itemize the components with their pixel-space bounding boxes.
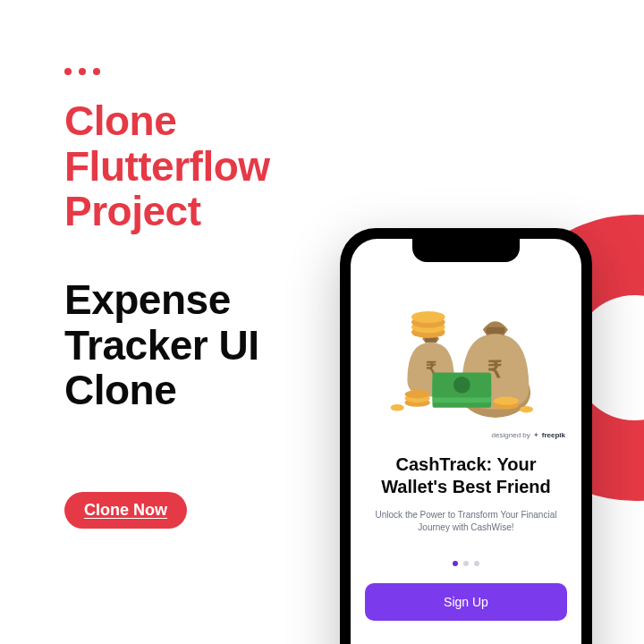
page-dot-3[interactable]	[474, 561, 479, 566]
app-onboarding-subtitle: Unlock the Power to Transform Your Finan…	[351, 509, 581, 534]
svg-point-19	[520, 406, 533, 413]
signup-button[interactable]: Sign Up	[365, 583, 567, 621]
phone-screen: ₹ ₹	[351, 239, 581, 644]
svg-point-17	[494, 397, 519, 405]
decorative-dots	[64, 68, 100, 75]
heading-primary: CloneFlutterflowProject	[64, 98, 270, 234]
phone-mockup: ₹ ₹	[340, 228, 592, 644]
svg-point-8	[411, 311, 445, 323]
freepik-icon: ✦	[533, 431, 539, 439]
app-onboarding-title: CashTrack: Your Wallet's Best Friend	[351, 453, 581, 498]
phone-notch	[412, 239, 520, 262]
illustration-credit: designed by ✦ freepik	[492, 431, 565, 439]
heading-secondary: ExpenseTracker UIClone	[64, 277, 258, 413]
svg-point-12	[453, 377, 470, 394]
credit-prefix: designed by	[492, 431, 530, 439]
money-illustration: ₹ ₹	[351, 275, 581, 427]
page-indicator[interactable]	[351, 561, 581, 566]
svg-rect-1	[487, 327, 505, 335]
svg-point-15	[405, 390, 430, 398]
page-dot-1[interactable]	[453, 561, 458, 566]
svg-point-18	[391, 404, 404, 411]
clone-now-button[interactable]: Clone Now	[64, 492, 187, 529]
page-dot-2[interactable]	[463, 561, 469, 566]
credit-brand: freepik	[542, 431, 565, 439]
